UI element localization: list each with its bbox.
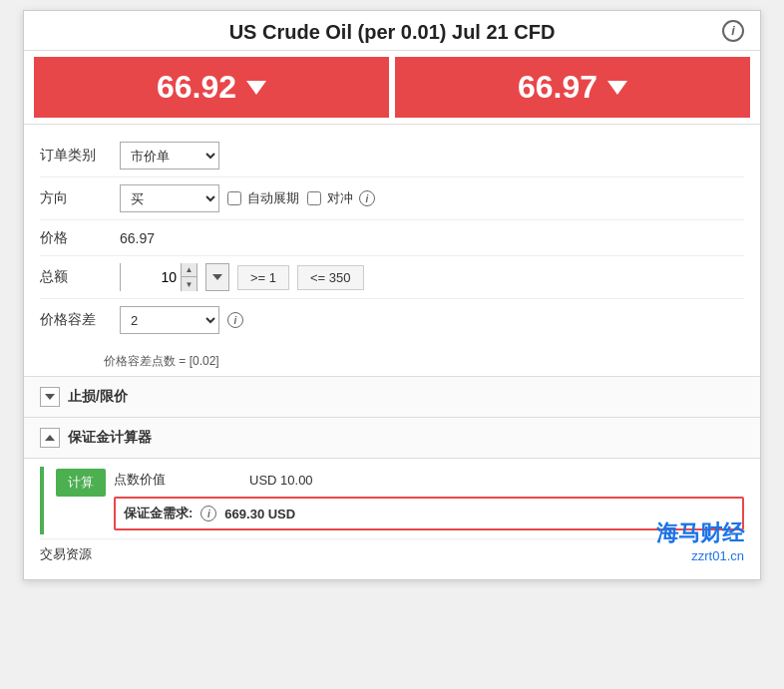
point-value: USD 10.00 xyxy=(249,473,313,488)
info-icon[interactable]: i xyxy=(722,20,744,42)
page-title: US Crude Oil (per 0.01) Jul 21 CFD xyxy=(229,21,556,43)
margin-value: 669.30 USD xyxy=(224,507,295,521)
slippage-select[interactable]: 2 xyxy=(120,306,219,334)
margin-calc-label: 保证金计算器 xyxy=(68,429,152,447)
point-value-label: 点数价值 xyxy=(114,471,233,489)
direction-label: 方向 xyxy=(40,189,120,207)
margin-info-icon[interactable]: i xyxy=(200,506,216,521)
sell-down-icon xyxy=(246,81,266,95)
total-row: 总额 ▲ ▼ >= 1 <= 350 xyxy=(40,256,744,299)
buy-price-cell[interactable]: 66.97 xyxy=(395,57,750,118)
total-dropdown-btn[interactable] xyxy=(205,263,229,291)
calc-section: 计算 点数价值 USD 10.00 保证金需求: i 669.30 USD 交易… xyxy=(24,458,760,579)
spinner-down-btn[interactable]: ▼ xyxy=(181,277,196,291)
order-type-row: 订单类别 市价单 xyxy=(40,135,744,177)
total-label: 总额 xyxy=(40,268,120,286)
margin-calc-toggle-icon xyxy=(45,435,55,441)
hedge-info-icon[interactable]: i xyxy=(359,190,375,206)
spinner-buttons: ▲ ▼ xyxy=(181,263,196,291)
buy-down-icon xyxy=(607,81,627,95)
point-value-row: 点数价值 USD 10.00 xyxy=(114,467,744,493)
slippage-content: 2 i xyxy=(120,306,744,334)
margin-label: 保证金需求: xyxy=(124,505,193,522)
buy-price: 66.97 xyxy=(518,69,597,106)
sell-price-cell[interactable]: 66.92 xyxy=(34,57,389,118)
total-spinner: ▲ ▼ xyxy=(120,263,197,291)
sell-price: 66.92 xyxy=(157,69,236,106)
auto-roll-checkbox[interactable] xyxy=(227,191,241,205)
direction-content: 买 自动展期 对冲 i xyxy=(120,184,744,212)
header: US Crude Oil (per 0.01) Jul 21 CFD i xyxy=(24,11,760,51)
direction-row: 方向 买 自动展期 对冲 i xyxy=(40,177,744,220)
stop-limit-section[interactable]: 止损/限价 xyxy=(24,376,760,417)
total-input[interactable] xyxy=(121,263,181,291)
price-label: 价格 xyxy=(40,229,120,247)
stop-limit-toggle-icon xyxy=(45,394,55,400)
stop-limit-label: 止损/限价 xyxy=(68,388,128,406)
price-content: 66.97 xyxy=(120,230,744,246)
total-dropdown-icon xyxy=(212,274,222,280)
hedge-group: 对冲 i xyxy=(307,189,375,207)
max-range-btn[interactable]: <= 350 xyxy=(297,265,364,290)
hedge-label: 对冲 xyxy=(327,189,353,207)
calc-btn-wrap: 计算 xyxy=(56,467,106,497)
price-row: 66.92 66.97 xyxy=(24,51,760,124)
min-range-btn[interactable]: >= 1 xyxy=(237,265,289,290)
trade-resources-label: 交易资源 xyxy=(40,546,92,561)
calculate-button[interactable]: 计算 xyxy=(56,469,106,497)
stop-limit-toggle[interactable] xyxy=(40,387,60,407)
hedge-checkbox[interactable] xyxy=(307,191,321,205)
margin-row: 保证金需求: i 669.30 USD xyxy=(114,497,744,530)
main-container: US Crude Oil (per 0.01) Jul 21 CFD i 66.… xyxy=(23,10,761,580)
margin-calc-section-header[interactable]: 保证金计算器 xyxy=(24,417,760,458)
calc-accent-bar xyxy=(40,467,44,534)
form-area: 订单类别 市价单 方向 买 自动展期 对冲 xyxy=(24,124,760,351)
total-content: ▲ ▼ >= 1 <= 350 xyxy=(120,263,744,291)
calc-outer: 计算 点数价值 USD 10.00 保证金需求: i 669.30 USD xyxy=(40,467,744,534)
price-display: 66.97 xyxy=(120,230,155,246)
order-type-content: 市价单 xyxy=(120,142,744,170)
slippage-note: 价格容差点数 = [0.02] xyxy=(24,351,760,376)
auto-roll-group: 自动展期 xyxy=(227,189,299,207)
margin-calc-toggle[interactable] xyxy=(40,428,60,448)
auto-roll-label: 自动展期 xyxy=(247,189,299,207)
calc-content: 点数价值 USD 10.00 保证金需求: i 669.30 USD xyxy=(114,467,744,534)
trade-resources-row: 交易资源 xyxy=(40,538,744,569)
price-row-form: 价格 66.97 xyxy=(40,220,744,256)
order-type-select[interactable]: 市价单 xyxy=(120,142,219,170)
order-type-label: 订单类别 xyxy=(40,147,120,165)
slippage-label: 价格容差 xyxy=(40,311,120,329)
spinner-up-btn[interactable]: ▲ xyxy=(181,263,196,277)
slippage-info-icon[interactable]: i xyxy=(227,312,243,328)
direction-select[interactable]: 买 xyxy=(120,184,219,212)
slippage-row: 价格容差 2 i xyxy=(40,299,744,341)
